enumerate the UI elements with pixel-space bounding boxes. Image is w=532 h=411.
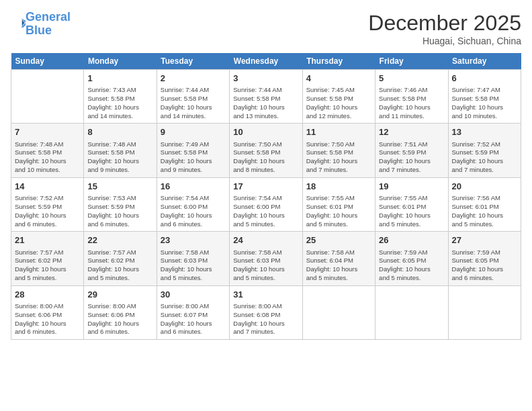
day-info: Sunrise: 7:59 AMSunset: 6:05 PMDaylight:… <box>379 248 444 283</box>
day-number: 9 <box>161 126 226 138</box>
subtitle: Huagai, Sichuan, China <box>368 36 521 46</box>
day-number: 24 <box>233 234 298 246</box>
calendar-week-row: 28Sunrise: 8:00 AMSunset: 6:06 PMDayligh… <box>11 285 521 339</box>
day-info: Sunrise: 8:00 AMSunset: 6:08 PMDaylight:… <box>233 302 298 336</box>
page-header: General Blue December 2025 Huagai, Sichu… <box>11 11 521 46</box>
day-info: Sunrise: 7:49 AMSunset: 5:58 PMDaylight:… <box>161 140 226 175</box>
day-number: 3 <box>233 73 298 85</box>
calendar-cell: 14Sunrise: 7:52 AMSunset: 5:59 PMDayligh… <box>11 177 84 231</box>
calendar-cell: 5Sunrise: 7:46 AMSunset: 5:58 PMDaylight… <box>375 70 448 124</box>
calendar-cell: 13Sunrise: 7:52 AMSunset: 5:59 PMDayligh… <box>448 124 521 177</box>
day-info: Sunrise: 8:00 AMSunset: 6:06 PMDaylight:… <box>15 302 80 336</box>
title-block: December 2025 Huagai, Sichuan, China <box>368 11 521 46</box>
day-info: Sunrise: 7:50 AMSunset: 5:58 PMDaylight:… <box>233 140 298 175</box>
calendar-cell: 26Sunrise: 7:59 AMSunset: 6:05 PMDayligh… <box>375 232 448 285</box>
day-info: Sunrise: 7:54 AMSunset: 6:00 PMDaylight:… <box>161 194 226 228</box>
header-monday: Monday <box>84 53 157 70</box>
calendar-cell <box>375 285 448 339</box>
logo: General Blue <box>11 11 71 38</box>
logo-text: General Blue <box>26 11 71 38</box>
day-info: Sunrise: 7:57 AMSunset: 6:02 PMDaylight:… <box>15 248 80 283</box>
day-number: 7 <box>15 126 80 138</box>
month-title: December 2025 <box>368 11 521 36</box>
day-info: Sunrise: 7:43 AMSunset: 5:58 PMDaylight:… <box>87 86 152 120</box>
calendar-cell: 15Sunrise: 7:53 AMSunset: 5:59 PMDayligh… <box>84 177 157 231</box>
calendar-cell: 27Sunrise: 7:59 AMSunset: 6:05 PMDayligh… <box>448 232 521 285</box>
day-number: 1 <box>87 73 152 85</box>
header-friday: Friday <box>375 53 448 70</box>
day-info: Sunrise: 7:55 AMSunset: 6:01 PMDaylight:… <box>306 194 371 228</box>
day-info: Sunrise: 7:47 AMSunset: 5:58 PMDaylight:… <box>452 86 517 120</box>
day-number: 15 <box>87 181 152 193</box>
day-info: Sunrise: 7:50 AMSunset: 5:58 PMDaylight:… <box>306 140 371 175</box>
calendar-cell: 3Sunrise: 7:44 AMSunset: 5:58 PMDaylight… <box>230 70 302 124</box>
day-number: 20 <box>452 181 517 193</box>
day-number: 4 <box>306 73 371 85</box>
day-info: Sunrise: 7:58 AMSunset: 6:03 PMDaylight:… <box>161 248 226 283</box>
logo-blue: Blue <box>26 24 52 37</box>
day-info: Sunrise: 7:53 AMSunset: 5:59 PMDaylight:… <box>87 194 152 228</box>
day-number: 26 <box>379 234 444 246</box>
calendar-cell: 28Sunrise: 8:00 AMSunset: 6:06 PMDayligh… <box>11 285 84 339</box>
calendar-cell: 29Sunrise: 8:00 AMSunset: 6:06 PMDayligh… <box>84 285 157 339</box>
day-info: Sunrise: 7:57 AMSunset: 6:02 PMDaylight:… <box>87 248 152 283</box>
day-info: Sunrise: 7:52 AMSunset: 5:59 PMDaylight:… <box>452 140 517 175</box>
day-info: Sunrise: 7:54 AMSunset: 6:00 PMDaylight:… <box>233 194 298 228</box>
calendar-cell: 21Sunrise: 7:57 AMSunset: 6:02 PMDayligh… <box>11 232 84 285</box>
calendar-cell: 22Sunrise: 7:57 AMSunset: 6:02 PMDayligh… <box>84 232 157 285</box>
calendar-cell <box>302 285 375 339</box>
logo-general: General <box>26 10 71 24</box>
day-number: 17 <box>233 181 298 193</box>
day-info: Sunrise: 7:45 AMSunset: 5:58 PMDaylight:… <box>306 86 371 120</box>
calendar-cell: 6Sunrise: 7:47 AMSunset: 5:58 PMDaylight… <box>448 70 521 124</box>
calendar-week-row: 7Sunrise: 7:48 AMSunset: 5:58 PMDaylight… <box>11 124 521 177</box>
header-wednesday: Wednesday <box>230 53 302 70</box>
day-number: 28 <box>15 289 80 301</box>
day-info: Sunrise: 7:52 AMSunset: 5:59 PMDaylight:… <box>15 194 80 228</box>
day-number: 19 <box>379 181 444 193</box>
calendar-cell <box>448 285 521 339</box>
day-number: 27 <box>452 234 517 246</box>
header-saturday: Saturday <box>448 53 521 70</box>
day-info: Sunrise: 7:51 AMSunset: 5:59 PMDaylight:… <box>379 140 444 175</box>
day-info: Sunrise: 8:00 AMSunset: 6:06 PMDaylight:… <box>87 302 152 336</box>
calendar-cell: 10Sunrise: 7:50 AMSunset: 5:58 PMDayligh… <box>230 124 302 177</box>
day-info: Sunrise: 7:58 AMSunset: 6:04 PMDaylight:… <box>306 248 371 283</box>
day-number: 23 <box>161 234 226 246</box>
calendar-cell: 2Sunrise: 7:44 AMSunset: 5:58 PMDaylight… <box>157 70 229 124</box>
header-sunday: Sunday <box>11 53 84 70</box>
calendar-cell: 20Sunrise: 7:56 AMSunset: 6:01 PMDayligh… <box>448 177 521 231</box>
day-info: Sunrise: 8:00 AMSunset: 6:07 PMDaylight:… <box>161 302 226 336</box>
calendar-cell: 19Sunrise: 7:55 AMSunset: 6:01 PMDayligh… <box>375 177 448 231</box>
day-number: 16 <box>161 181 226 193</box>
calendar-cell: 16Sunrise: 7:54 AMSunset: 6:00 PMDayligh… <box>157 177 229 231</box>
calendar-cell: 1Sunrise: 7:43 AMSunset: 5:58 PMDaylight… <box>84 70 157 124</box>
calendar-header-row: SundayMondayTuesdayWednesdayThursdayFrid… <box>11 53 521 70</box>
calendar-cell: 9Sunrise: 7:49 AMSunset: 5:58 PMDaylight… <box>157 124 229 177</box>
calendar-cell: 24Sunrise: 7:58 AMSunset: 6:03 PMDayligh… <box>230 232 302 285</box>
day-number: 10 <box>233 126 298 138</box>
day-info: Sunrise: 7:59 AMSunset: 6:05 PMDaylight:… <box>452 248 517 283</box>
day-info: Sunrise: 7:56 AMSunset: 6:01 PMDaylight:… <box>452 194 517 228</box>
calendar-table: SundayMondayTuesdayWednesdayThursdayFrid… <box>11 53 521 340</box>
day-info: Sunrise: 7:48 AMSunset: 5:58 PMDaylight:… <box>15 140 80 175</box>
calendar-week-row: 14Sunrise: 7:52 AMSunset: 5:59 PMDayligh… <box>11 177 521 231</box>
header-tuesday: Tuesday <box>157 53 229 70</box>
day-info: Sunrise: 7:48 AMSunset: 5:58 PMDaylight:… <box>87 140 152 175</box>
calendar-cell: 31Sunrise: 8:00 AMSunset: 6:08 PMDayligh… <box>230 285 302 339</box>
calendar-cell: 12Sunrise: 7:51 AMSunset: 5:59 PMDayligh… <box>375 124 448 177</box>
calendar-cell: 18Sunrise: 7:55 AMSunset: 6:01 PMDayligh… <box>302 177 375 231</box>
header-thursday: Thursday <box>302 53 375 70</box>
calendar-cell: 25Sunrise: 7:58 AMSunset: 6:04 PMDayligh… <box>302 232 375 285</box>
day-info: Sunrise: 7:44 AMSunset: 5:58 PMDaylight:… <box>233 86 298 120</box>
calendar-cell: 17Sunrise: 7:54 AMSunset: 6:00 PMDayligh… <box>230 177 302 231</box>
day-info: Sunrise: 7:58 AMSunset: 6:03 PMDaylight:… <box>233 248 298 283</box>
day-number: 8 <box>87 126 152 138</box>
calendar-week-row: 1Sunrise: 7:43 AMSunset: 5:58 PMDaylight… <box>11 70 521 124</box>
day-number: 30 <box>161 289 226 301</box>
calendar-cell: 30Sunrise: 8:00 AMSunset: 6:07 PMDayligh… <box>157 285 229 339</box>
day-number: 29 <box>87 289 152 301</box>
calendar-week-row: 21Sunrise: 7:57 AMSunset: 6:02 PMDayligh… <box>11 232 521 285</box>
calendar-cell <box>11 70 84 124</box>
day-info: Sunrise: 7:55 AMSunset: 6:01 PMDaylight:… <box>379 194 444 228</box>
